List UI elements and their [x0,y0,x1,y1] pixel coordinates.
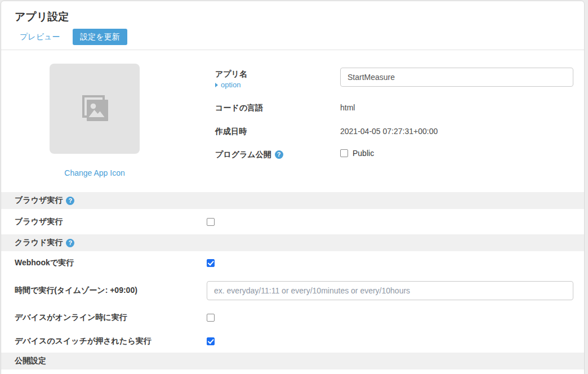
field-created-at: 作成日時 2021-04-05 07:27:31+00:00 [215,125,573,137]
code-language-value: html [340,101,573,113]
section-cloud-execution: クラウド実行 ? [1,234,584,251]
general-settings-section: Change App Icon アプリ名 option コードの言語 html … [1,50,584,192]
app-icon-column: Change App Icon [1,64,188,178]
section-browser-execution: ブラウザ実行 ? [1,192,584,209]
browser-section-title: ブラウザ実行 [15,195,63,206]
row-browser-execution: ブラウザ実行 [1,209,584,234]
field-program-public: プログラム公開 ? Public [215,148,573,159]
update-settings-button[interactable]: 設定を更新 [73,29,127,45]
time-execution-input[interactable] [207,281,573,300]
cloud-section-title: クラウド実行 [15,238,63,248]
page-title: アプリ設定 [15,1,571,24]
public-checkbox-label: Public [353,149,374,158]
device-online-checkbox[interactable] [207,314,215,322]
code-language-label: コードの言語 [215,101,340,113]
webhook-checkbox[interactable] [207,259,215,267]
help-icon[interactable]: ? [275,150,283,159]
section-publish-settings: 公開設定 [1,353,584,369]
browser-execution-label: ブラウザ実行 [15,217,207,227]
main-fields: アプリ名 option コードの言語 html 作成日時 2021-04-05 … [188,64,584,178]
image-placeholder-icon [72,86,117,131]
app-name-input[interactable] [340,68,573,87]
time-execution-label: 時間で実行(タイムゾーン: +09:00) [15,286,207,296]
device-switch-label: デバイスのスイッチが押されたら実行 [15,336,207,346]
option-link[interactable]: option [215,81,340,89]
tabs: プレビュー 設定を更新 [15,29,571,45]
help-icon[interactable]: ? [66,239,74,247]
row-time-execution: 時間で実行(タイムゾーン: +09:00) [1,275,584,306]
program-public-label-wrap: プログラム公開 ? [215,148,340,159]
help-icon[interactable]: ? [66,197,74,205]
program-public-label: プログラム公開 [215,149,271,159]
row-webhook-execution: Webhookで実行 [1,251,584,275]
app-settings-card: アプリ設定 プレビュー 設定を更新 Change App Icon アプリ名 [1,1,585,374]
app-icon-placeholder[interactable] [50,64,140,154]
field-code-language: コードの言語 html [215,101,573,113]
change-app-icon-link[interactable]: Change App Icon [64,168,124,177]
created-at-value: 2021-04-05 07:27:31+00:00 [340,125,573,137]
created-at-label: 作成日時 [215,125,340,136]
triangle-right-icon [215,83,218,87]
field-app-name: アプリ名 option [215,68,573,89]
publish-section-title: 公開設定 [15,356,46,366]
header: アプリ設定 プレビュー 設定を更新 [1,1,584,50]
device-switch-checkbox[interactable] [207,337,215,345]
app-name-label: アプリ名 [215,68,340,79]
public-checkbox[interactable] [340,149,348,157]
webhook-execution-label: Webhookで実行 [15,258,207,268]
row-device-switch-execution: デバイスのスイッチが押されたら実行 [1,330,584,353]
tab-preview[interactable]: プレビュー [20,32,60,42]
browser-execution-checkbox[interactable] [207,218,215,226]
public-checkbox-row: Public [340,148,573,158]
row-device-online-execution: デバイスがオンライン時に実行 [1,306,584,330]
device-online-label: デバイスがオンライン時に実行 [15,313,207,323]
